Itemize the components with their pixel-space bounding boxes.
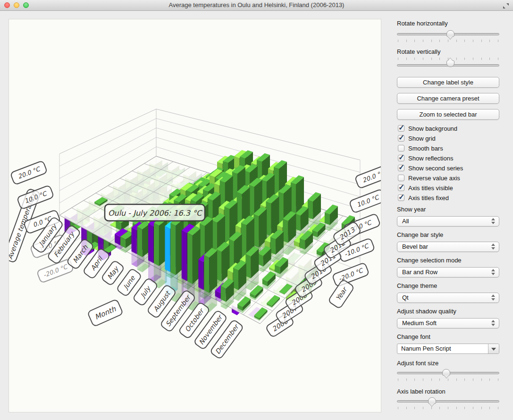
year-axis-title: Year <box>328 279 354 309</box>
checkbox-box[interactable] <box>398 155 404 161</box>
theme-select[interactable]: Qt <box>397 293 499 303</box>
tick-mark <box>489 58 490 60</box>
tick-mark <box>448 378 448 381</box>
tick-mark <box>398 40 398 42</box>
tick-mark <box>473 378 473 381</box>
checkbox-box[interactable] <box>398 175 404 181</box>
slider-ticks <box>398 40 498 42</box>
checkbox-axis-titles-visible[interactable]: Axis titles visible <box>398 184 453 192</box>
axis-label-rotation-label: Axis label rotation <box>397 388 499 395</box>
tick-mark <box>498 40 498 42</box>
bar-chart-3d[interactable]: Average temperature20.0 °C10.0 °C0.0 °C-… <box>9 19 381 412</box>
select-value: All <box>402 218 409 225</box>
font-size-slider[interactable] <box>397 369 499 385</box>
checkbox-label: Reverse value axis <box>408 175 460 182</box>
checkbox-smooth-bars[interactable]: Smooth bars <box>398 144 443 152</box>
checkbox-axis-titles-fixed[interactable]: Axis titles fixed <box>398 193 449 202</box>
month-axis-title: Month <box>87 299 123 327</box>
tick-mark <box>423 378 423 381</box>
axis-label-rotation-slider[interactable] <box>397 397 499 413</box>
show-year-label: Show year <box>397 206 499 213</box>
checkbox-box[interactable] <box>398 125 404 132</box>
tick-mark <box>406 378 407 381</box>
fullscreen-icon[interactable] <box>503 2 509 11</box>
change-font-label: Change font <box>397 333 499 340</box>
tick-mark <box>423 40 423 42</box>
zoom-to-selected-bar-button[interactable]: Zoom to selected bar <box>397 109 499 120</box>
value-axis-label-left: 20.0 °C <box>10 160 48 185</box>
tick-mark <box>423 58 423 60</box>
tick-mark <box>464 378 465 381</box>
svg-text:Oulu - July 2006: 16.3 °C: Oulu - July 2006: 16.3 °C <box>108 209 203 218</box>
tick-mark <box>464 40 465 42</box>
slider-handle[interactable] <box>428 397 436 404</box>
slider-groove <box>397 400 499 403</box>
tick-mark <box>414 40 415 42</box>
slider-handle[interactable] <box>442 369 450 376</box>
tick-mark <box>431 58 432 60</box>
tick-mark <box>498 378 498 381</box>
combobox-value: Nanum Pen Script <box>401 345 451 352</box>
rotate-horizontal-label: Rotate horizontally <box>397 20 499 27</box>
show-year-select[interactable]: All <box>397 216 499 227</box>
select-arrows-icon <box>491 294 496 301</box>
tick-mark <box>481 58 482 60</box>
tick-mark <box>398 407 398 409</box>
checkbox-show-grid[interactable]: Show grid <box>398 134 436 143</box>
checkbox-box[interactable] <box>398 145 404 151</box>
font-combobox[interactable]: Nanum Pen Script <box>397 344 499 354</box>
select-arrows-icon <box>491 320 496 326</box>
select-arrows-icon <box>491 218 496 224</box>
combobox-dropdown-icon[interactable] <box>488 344 499 353</box>
shadow-quality-select[interactable]: Medium Soft <box>397 318 499 328</box>
change-bar-style-label: Change bar style <box>397 231 499 238</box>
select-value: Bevel bar <box>402 243 428 250</box>
tick-mark <box>439 40 440 42</box>
rotate-vertical-slider[interactable] <box>397 57 499 73</box>
checkbox-label: Show grid <box>408 135 436 142</box>
checkbox-label: Show second series <box>408 165 463 172</box>
tick-mark <box>439 58 440 60</box>
tick-mark <box>431 40 432 42</box>
checkbox-label: Axis titles visible <box>408 185 453 192</box>
tick-mark <box>498 58 498 60</box>
adjust-font-size-label: Adjust font size <box>397 360 499 367</box>
chart-viewport[interactable]: Average temperature20.0 °C10.0 °C0.0 °C-… <box>8 19 381 412</box>
select-value: Medium Soft <box>402 319 437 327</box>
change-label-style-button[interactable]: Change label style <box>397 77 499 88</box>
adjust-shadow-quality-label: Adjust shadow quality <box>397 308 499 315</box>
tick-mark <box>439 407 440 409</box>
checkbox-box[interactable] <box>398 165 404 171</box>
checkbox-reverse-value-axis[interactable]: Reverse value axis <box>398 174 460 182</box>
selection-mode-select[interactable]: Bar and Row <box>397 267 499 277</box>
tick-mark <box>498 407 498 409</box>
tick-mark <box>489 378 490 381</box>
tick-mark <box>414 378 415 381</box>
change-selection-mode-label: Change selection mode <box>397 257 499 264</box>
checkbox-show-background[interactable]: Show background <box>398 124 457 133</box>
change-camera-preset-button[interactable]: Change camera preset <box>397 93 499 104</box>
checkbox-box[interactable] <box>398 135 404 142</box>
checkbox-box[interactable] <box>398 185 404 191</box>
tick-mark <box>481 378 482 381</box>
app-window: Average temperatures in Oulu and Helsink… <box>0 0 513 420</box>
select-arrows-icon <box>491 244 496 250</box>
bar-style-select[interactable]: Bevel bar <box>397 242 499 252</box>
tick-mark <box>456 40 457 42</box>
checkbox-box[interactable] <box>398 194 404 201</box>
tick-mark <box>464 58 465 60</box>
slider-handle[interactable] <box>446 60 454 67</box>
tick-mark <box>414 407 415 409</box>
tick-mark <box>489 407 490 409</box>
slider-ticks <box>398 378 498 381</box>
checkbox-label: Smooth bars <box>408 145 443 152</box>
tick-mark <box>406 407 407 409</box>
slider-handle[interactable] <box>446 30 454 37</box>
select-value: Bar and Row <box>402 269 437 276</box>
select-value: Qt <box>402 294 409 301</box>
rotate-horizontal-slider[interactable] <box>397 30 499 46</box>
checkbox-show-reflections[interactable]: Show reflections <box>398 154 453 162</box>
tick-mark <box>398 58 398 60</box>
tick-mark <box>489 40 490 42</box>
checkbox-show-second-series[interactable]: Show second series <box>398 164 463 172</box>
